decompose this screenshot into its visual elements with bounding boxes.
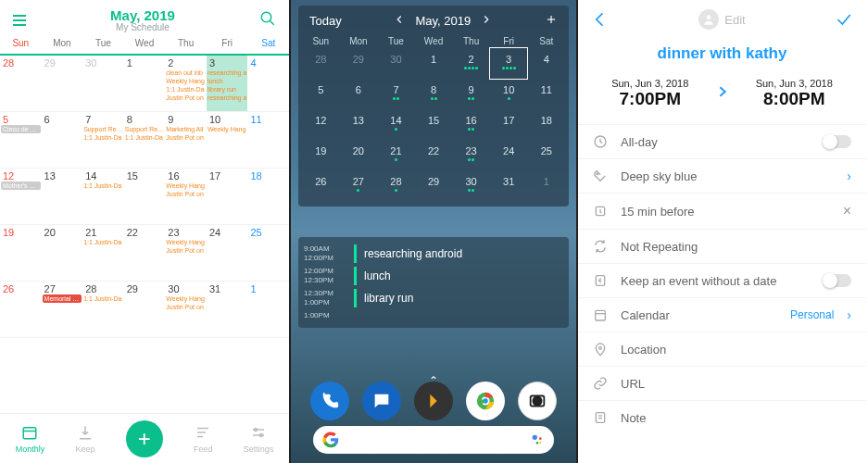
allday-toggle[interactable] bbox=[824, 135, 851, 148]
widget-day[interactable]: 9 bbox=[452, 79, 490, 109]
row-url[interactable]: URL bbox=[578, 366, 866, 400]
widget-day[interactable]: 19 bbox=[302, 140, 340, 170]
widget-day[interactable]: 1 bbox=[415, 48, 453, 79]
clear-icon[interactable]: × bbox=[843, 203, 851, 219]
today-button[interactable]: Today bbox=[309, 14, 342, 28]
calendar-day[interactable]: 5Cinco de Ma bbox=[0, 112, 42, 168]
camera-app-icon[interactable] bbox=[518, 382, 557, 420]
calendar-day[interactable]: 1 bbox=[124, 56, 166, 111]
schedule-slot[interactable]: 1:00PM bbox=[304, 311, 563, 320]
widget-day[interactable]: 25 bbox=[527, 140, 565, 170]
calendar-day[interactable]: 211:1 Justin-Da bbox=[82, 225, 124, 281]
schedule-slot[interactable]: 9:00AM12:00PMresearching android bbox=[304, 244, 563, 263]
row-location[interactable]: Location bbox=[578, 332, 866, 366]
calendar-day[interactable]: 30Weekly HangJustin Pot on bbox=[165, 282, 207, 337]
widget-day[interactable]: 20 bbox=[340, 140, 378, 170]
widget-day[interactable]: 6 bbox=[340, 79, 378, 109]
calendar-day[interactable]: 141:1 Justin-Da bbox=[82, 169, 124, 224]
google-search-bar[interactable] bbox=[313, 426, 554, 454]
tab-feed[interactable]: Feed bbox=[194, 424, 213, 454]
tab-keep[interactable]: Keep bbox=[75, 424, 94, 454]
calendar-day[interactable]: 17 bbox=[207, 169, 248, 224]
widget-day[interactable]: 2 bbox=[452, 48, 490, 79]
chrome-app-icon[interactable] bbox=[466, 382, 505, 420]
widget-day[interactable]: 13 bbox=[340, 109, 378, 140]
calendar-day[interactable]: 20 bbox=[42, 225, 83, 281]
widget-day[interactable]: 21 bbox=[377, 140, 415, 170]
widget-day[interactable]: 5 bbox=[302, 79, 340, 109]
widget-day[interactable]: 7 bbox=[377, 79, 415, 109]
calendar-day[interactable]: 4 bbox=[247, 56, 289, 111]
calendar-day[interactable]: 23Weekly HangJustin Pot on bbox=[165, 225, 207, 281]
widget-day[interactable]: 3 bbox=[490, 48, 528, 79]
row-color[interactable]: Deep sky blue› bbox=[578, 158, 866, 193]
calendar-day[interactable]: 12Mother's Day bbox=[0, 169, 42, 224]
start-time[interactable]: Sun, Jun 3, 20187:00PM bbox=[593, 78, 708, 109]
widget-day[interactable]: 27 bbox=[340, 170, 378, 201]
calendar-day[interactable]: 26 bbox=[0, 282, 42, 337]
widget-day[interactable]: 28 bbox=[377, 170, 415, 201]
widget-day[interactable]: 30 bbox=[377, 48, 415, 79]
widget-day[interactable]: 17 bbox=[490, 109, 528, 140]
widget-day[interactable]: 15 bbox=[415, 109, 453, 140]
tab-monthly[interactable]: Monthly bbox=[16, 424, 45, 454]
calendar-day[interactable]: 25 bbox=[247, 225, 289, 281]
calendar-day[interactable]: 7Support Retro1:1 Justin-Da bbox=[82, 112, 124, 168]
end-time[interactable]: Sun, Jun 3, 20188:00PM bbox=[737, 78, 852, 109]
tab-settings[interactable]: Settings bbox=[244, 424, 274, 454]
widget-day[interactable]: 29 bbox=[340, 48, 378, 79]
calendar-day[interactable]: 3researching alunchlibrary runresearchin… bbox=[207, 56, 248, 111]
calendar-day[interactable]: 16Weekly HangJustin Pot on bbox=[165, 169, 207, 224]
schedule-slot[interactable]: 12:30PM1:00PMlibrary run bbox=[304, 289, 563, 307]
calendar-day[interactable]: 11 bbox=[247, 112, 289, 168]
widget-day[interactable]: 12 bbox=[302, 109, 340, 140]
calendar-day[interactable]: 27Memorial Da bbox=[42, 282, 83, 337]
widget-month[interactable]: May, 2019 bbox=[415, 14, 471, 28]
next-month-icon[interactable] bbox=[480, 13, 493, 29]
widget-day[interactable]: 10 bbox=[490, 79, 528, 109]
keep-toggle[interactable] bbox=[824, 274, 851, 287]
calendar-day[interactable]: 30 bbox=[82, 56, 124, 111]
calendar-day[interactable]: 13 bbox=[42, 169, 83, 224]
row-note[interactable]: Note bbox=[578, 400, 866, 434]
calendar-day[interactable]: 29 bbox=[124, 282, 166, 337]
menu-icon[interactable] bbox=[13, 15, 26, 26]
calendar-day[interactable]: 18 bbox=[247, 169, 289, 224]
widget-day[interactable]: 8 bbox=[415, 79, 453, 109]
widget-day[interactable]: 31 bbox=[490, 170, 528, 201]
calendar-day[interactable]: 22 bbox=[124, 225, 166, 281]
month-title[interactable]: May, 2019 bbox=[26, 7, 259, 23]
add-button[interactable]: + bbox=[126, 420, 163, 457]
row-repeat[interactable]: Not Repeating bbox=[578, 229, 866, 263]
widget-day[interactable]: 11 bbox=[527, 79, 565, 109]
widget-day[interactable]: 18 bbox=[527, 109, 565, 140]
edit-label[interactable]: Edit bbox=[698, 9, 745, 30]
calendar-day[interactable]: 1 bbox=[247, 282, 289, 337]
calendar-day[interactable]: 6 bbox=[42, 112, 83, 168]
calendar-day[interactable]: 2clean out inbWeekly Hang1:1 Justin-DaJu… bbox=[165, 56, 207, 111]
widget-day[interactable]: 30 bbox=[452, 170, 490, 201]
calendar-day[interactable]: 15 bbox=[124, 169, 166, 224]
widget-day[interactable]: 22 bbox=[415, 140, 453, 170]
widget-day[interactable]: 4 bbox=[527, 48, 565, 79]
widget-day[interactable]: 14 bbox=[377, 109, 415, 140]
event-title[interactable]: dinner with kathy bbox=[578, 44, 866, 63]
search-icon[interactable] bbox=[259, 10, 276, 31]
row-keep[interactable]: Keep an event without a date bbox=[578, 263, 866, 297]
widget-day[interactable]: 26 bbox=[302, 170, 340, 201]
calendar-day[interactable]: 29 bbox=[42, 56, 83, 111]
row-reminder[interactable]: 15 min before× bbox=[578, 193, 866, 229]
row-calendar[interactable]: CalendarPersonal› bbox=[578, 297, 866, 332]
calendar-day[interactable]: 10Weekly Hang bbox=[207, 112, 248, 168]
plex-app-icon[interactable] bbox=[414, 382, 453, 420]
back-icon[interactable] bbox=[591, 10, 610, 29]
calendar-day[interactable]: 24 bbox=[207, 225, 248, 281]
confirm-icon[interactable] bbox=[835, 10, 853, 29]
widget-day[interactable]: 29 bbox=[415, 170, 453, 201]
add-event-icon[interactable] bbox=[545, 13, 558, 29]
calendar-day[interactable]: 19 bbox=[0, 225, 42, 281]
widget-day[interactable]: 24 bbox=[490, 140, 528, 170]
calendar-day[interactable]: 281:1 Justin-Da bbox=[82, 282, 124, 337]
widget-day[interactable]: 28 bbox=[302, 48, 340, 79]
widget-day[interactable]: 1 bbox=[527, 170, 565, 201]
